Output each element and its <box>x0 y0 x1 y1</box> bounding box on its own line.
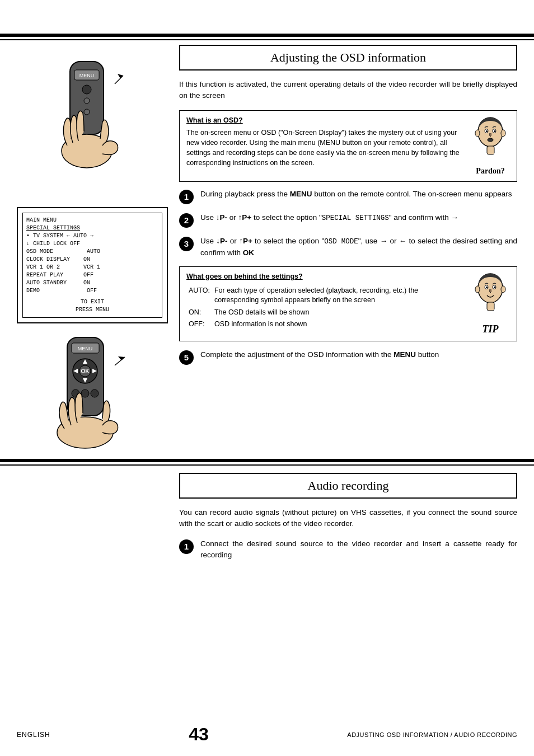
remote-bottom-figure: MENU OK <box>36 335 148 463</box>
osd-info-text: The on-screen menu or OSD ("On-Screen Di… <box>186 128 465 168</box>
main-content-section1: Adjusting the OSD information If this fu… <box>179 45 517 373</box>
menu-item-2: CLOCK DISPLAY ON <box>26 256 158 264</box>
tip-row-on: ON: The OSD details will be shown <box>186 307 465 319</box>
step1: 1 During playback press the MENU button … <box>179 189 517 204</box>
top-border-thin <box>0 39 534 40</box>
svg-point-39 <box>475 286 480 293</box>
footer-page-number: 43 <box>189 724 209 745</box>
step3-pplus: P+ <box>243 237 252 245</box>
step2-option: SPECIAL SETTINGS <box>322 214 389 222</box>
step3-text: Use ↓P- or ↑P+ to select the option "OSD… <box>200 236 517 259</box>
menu-item-4: REPEAT PLAY OFF <box>26 271 158 279</box>
svg-text:MENU: MENU <box>79 73 95 78</box>
svg-point-5 <box>84 109 90 115</box>
svg-point-3 <box>82 85 91 94</box>
section2-title: Audio recording <box>189 478 508 493</box>
menu-item-3: VCR 1 OR 2 VCR 1 <box>26 264 158 271</box>
tip-row-off: OFF: OSD information is not shown <box>186 318 465 331</box>
step1-menu-bold: MENU <box>290 190 312 198</box>
svg-marker-8 <box>118 74 123 78</box>
remote-top-figure: MENU <box>36 56 148 190</box>
osd-info-figure: Pardon? <box>471 115 510 177</box>
section2-title-box: Audio recording <box>179 473 517 499</box>
tip-label-auto: AUTO: <box>186 285 212 307</box>
section2-step1-number: 1 <box>179 539 194 554</box>
menu-footer1: TO EXIT <box>26 298 158 306</box>
step5-menu-bold: MENU <box>394 350 416 359</box>
sidebar: MENU MAIN MENU SPECIAL SETTINGS • TV SYS… <box>17 45 168 469</box>
tip-box-figure: TIP <box>471 271 510 336</box>
tip-row-auto: AUTO: For each type of operation selecte… <box>186 285 465 307</box>
osd-info-title: What is an OSD? <box>186 115 465 125</box>
step3-option: OSD MODE <box>324 238 358 246</box>
step2-number: 2 <box>179 213 194 228</box>
step2-pplus: P+ <box>242 213 251 222</box>
tip-label-text: TIP <box>483 322 499 336</box>
section2-intro: You can record audio signals (without pi… <box>179 507 517 530</box>
tip-table: AUTO: For each type of operation selecte… <box>186 285 465 331</box>
svg-text:OK: OK <box>81 368 90 374</box>
menu-bullet2: ↓ CHILD LOCK OFF <box>26 240 158 248</box>
remote-bottom-svg: MENU OK <box>36 335 148 458</box>
menu-screen-display: MAIN MENU SPECIAL SETTINGS • TV SYSTEM ←… <box>17 207 168 323</box>
tip-box: What goes on behind the settings? AUTO: … <box>179 266 517 341</box>
svg-point-27 <box>486 130 488 132</box>
svg-marker-24 <box>118 356 125 360</box>
svg-point-40 <box>501 286 505 293</box>
section1-title: Adjusting the OSD information <box>189 50 508 65</box>
svg-point-20 <box>81 389 89 397</box>
tip-text-off: OSD information is not shown <box>212 318 465 331</box>
step5-number: 5 <box>179 350 194 365</box>
step5: 5 Complete the adjustment of the OSD inf… <box>179 349 517 365</box>
tip-figure-svg <box>472 271 509 322</box>
step2: 2 Use ↓P- or ↑P+ to select the option "S… <box>179 212 517 228</box>
section1-title-box: Adjusting the OSD information <box>179 45 517 71</box>
section2-border-thick <box>0 459 534 462</box>
svg-point-21 <box>91 389 99 397</box>
section2-content: Audio recording You can record audio sig… <box>179 473 517 569</box>
svg-rect-41 <box>487 302 494 311</box>
section1-intro: If this function is activated, the curre… <box>179 79 517 102</box>
svg-point-29 <box>494 130 495 132</box>
pardon-figure-svg <box>472 115 509 166</box>
section2-step1-text: Connect the desired sound source to the … <box>200 538 517 561</box>
step3-pminus: P- <box>220 237 228 245</box>
menu-item-5: AUTO STANDBY ON <box>26 279 158 287</box>
top-border-thick <box>0 34 534 37</box>
tip-label-off: OFF: <box>186 318 212 331</box>
footer: English 43 Adjusting OSD information / A… <box>17 724 517 745</box>
step1-number: 1 <box>179 190 194 204</box>
svg-point-38 <box>494 287 495 288</box>
menu-line1: MAIN MENU <box>26 217 158 224</box>
pardon-label: Pardon? <box>476 166 504 177</box>
svg-point-30 <box>488 138 493 142</box>
step1-text: During playback press the MENU button on… <box>200 189 517 200</box>
remote-top-svg: MENU <box>36 56 148 190</box>
menu-item-1: OSD MODE AUTO <box>26 248 158 256</box>
tip-text-auto: For each type of operation selected (pla… <box>212 285 465 307</box>
step5-text: Complete the adjustment of the OSD infor… <box>200 349 517 360</box>
footer-language: English <box>17 731 50 739</box>
svg-point-36 <box>486 287 488 288</box>
step2-pminus: P- <box>220 213 228 222</box>
tip-text-on: The OSD details will be shown <box>212 307 465 319</box>
section2-border-thin <box>0 464 534 466</box>
osd-info-box: What is an OSD? The on-screen menu or OS… <box>179 110 517 182</box>
tip-box-title: What goes on behind the settings? <box>186 271 465 281</box>
osd-info-content: What is an OSD? The on-screen menu or OS… <box>186 115 465 177</box>
menu-line2: SPECIAL SETTINGS <box>26 224 158 232</box>
menu-footer2: PRESS MENU <box>26 306 158 314</box>
tip-label-on: ON: <box>186 307 212 319</box>
menu-item-6: DEMO OFF <box>26 287 158 295</box>
svg-rect-33 <box>487 146 494 154</box>
step3: 3 Use ↓P- or ↑P+ to select the option "O… <box>179 236 517 259</box>
step3-number: 3 <box>179 237 194 251</box>
footer-section-label: Adjusting OSD information / Audio record… <box>347 731 517 738</box>
tip-box-content: What goes on behind the settings? AUTO: … <box>186 271 465 336</box>
step3-ok: OK <box>243 248 254 257</box>
svg-text:MENU: MENU <box>78 346 93 351</box>
svg-point-32 <box>501 130 505 137</box>
menu-bullet1: • TV SYSTEM ← AUTO → <box>26 232 158 240</box>
section2-step1: 1 Connect the desired sound source to th… <box>179 538 517 561</box>
step2-text: Use ↓P- or ↑P+ to select the option "SPE… <box>200 212 517 224</box>
